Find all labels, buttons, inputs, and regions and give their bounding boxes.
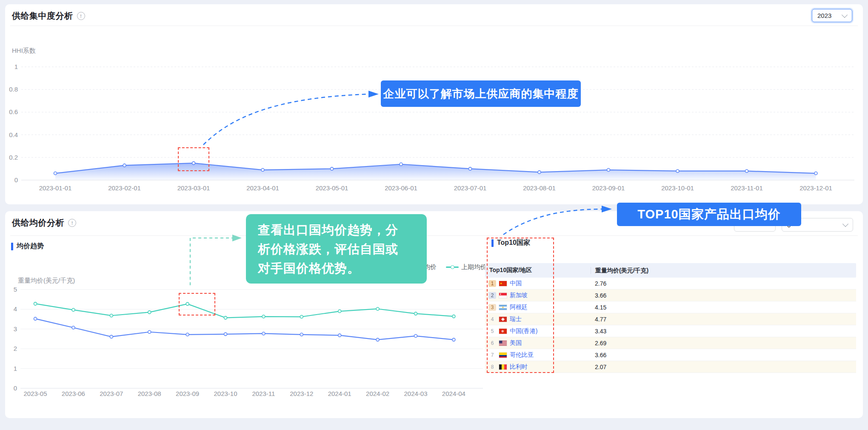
svg-text:2023-09: 2023-09	[176, 390, 199, 397]
svg-text:2023-06: 2023-06	[62, 390, 85, 397]
svg-text:2024-04: 2024-04	[442, 390, 465, 397]
svg-text:2024-01: 2024-01	[328, 390, 351, 397]
trend-section-title: 均价趋势	[11, 242, 44, 251]
svg-text:2023-05: 2023-05	[23, 390, 47, 397]
avg-price-value: 2.69	[591, 340, 856, 347]
svg-text:0.4: 0.4	[9, 131, 18, 138]
avg-price-value: 3.43	[591, 328, 856, 335]
info-icon[interactable]: !	[68, 219, 76, 227]
concentration-header: 供给集中度分析 !	[12, 10, 85, 22]
svg-text:2023-05-01: 2023-05-01	[316, 184, 348, 192]
legend-label: 上期均价	[461, 263, 487, 271]
svg-text:0.8: 0.8	[9, 86, 18, 93]
svg-text:2024-02: 2024-02	[366, 390, 389, 397]
svg-text:2023-01-01: 2023-01-01	[39, 184, 72, 192]
svg-text:HHI系数: HHI系数	[12, 47, 36, 54]
supply-price-panel: 供给均价分析 ! 均价趋势 本期均价上期均价 012345重量均价(美元/千克)…	[5, 211, 863, 418]
svg-text:2023-11: 2023-11	[252, 390, 275, 397]
svg-text:2023-10-01: 2023-10-01	[661, 184, 694, 192]
svg-text:0.2: 0.2	[9, 154, 18, 161]
price-trend-chart: 012345重量均价(美元/千克)2023-052023-062023-0720…	[5, 276, 507, 400]
svg-text:2023-11-01: 2023-11-01	[731, 184, 763, 192]
year-select-value: 2023	[817, 12, 831, 19]
chevron-down-icon	[842, 221, 848, 227]
svg-text:0: 0	[14, 176, 18, 183]
svg-text:2023-07: 2023-07	[100, 390, 123, 397]
legend-item[interactable]: 上期均价	[446, 263, 487, 271]
svg-text:2023-07-01: 2023-07-01	[454, 184, 487, 192]
svg-text:5: 5	[14, 286, 17, 293]
hhi-area-chart: 00.20.40.60.81HHI系数2023-01-012023-02-012…	[5, 26, 863, 204]
concentration-title: 供给集中度分析	[12, 10, 73, 22]
svg-text:2023-04-01: 2023-04-01	[246, 184, 279, 192]
svg-text:重量均价(美元/千克): 重量均价(美元/千克)	[18, 277, 75, 284]
svg-text:2023-10: 2023-10	[214, 390, 237, 397]
info-icon[interactable]: !	[77, 12, 85, 20]
svg-text:1: 1	[14, 365, 17, 372]
avg-price-value: 4.77	[591, 316, 856, 323]
avg-price-value: 4.15	[591, 304, 856, 311]
svg-text:2023-12: 2023-12	[290, 390, 313, 397]
avg-price-value: 3.66	[591, 352, 856, 358]
svg-text:2: 2	[14, 345, 17, 352]
callout-price-trend: 查看出口国均价趋势，分 析价格涨跌，评估自国或 对手国价格优势。	[246, 214, 427, 284]
highlight-box-hhi-point	[178, 147, 209, 171]
svg-text:2023-08-01: 2023-08-01	[523, 184, 556, 192]
avg-price-value: 2.76	[591, 280, 856, 287]
divider	[10, 235, 858, 236]
price-header: 供给均价分析 !	[12, 217, 76, 229]
callout-concentration: 企业可以了解市场上供应商的集中程度	[381, 80, 581, 107]
highlight-box-top10	[487, 238, 554, 373]
column-avg-price: 重量均价(美元/千克)	[591, 267, 856, 274]
svg-text:0.6: 0.6	[9, 108, 18, 115]
svg-text:2023-03-01: 2023-03-01	[177, 184, 210, 192]
svg-text:1: 1	[14, 63, 18, 70]
chevron-down-icon	[842, 11, 848, 17]
svg-text:2023-09-01: 2023-09-01	[592, 184, 625, 192]
legend-marker-icon	[446, 267, 459, 268]
callout-top10: TOP10国家产品出口均价	[617, 203, 801, 226]
avg-price-value: 2.07	[591, 364, 856, 370]
price-title: 供给均价分析	[12, 217, 64, 229]
svg-text:2023-06-01: 2023-06-01	[385, 184, 417, 192]
svg-text:3: 3	[14, 325, 17, 333]
highlight-box-price-point	[179, 293, 215, 315]
svg-text:2023-12-01: 2023-12-01	[799, 184, 832, 192]
svg-text:4: 4	[14, 305, 17, 312]
svg-text:2023-08: 2023-08	[138, 390, 161, 397]
year-select[interactable]: 2023	[812, 9, 852, 22]
trade-analytics-page: 供给集中度分析 ! 2023 00.20.40.60.81HHI系数2023-0…	[0, 0, 868, 430]
avg-price-value: 3.66	[591, 292, 856, 299]
svg-text:2024-03: 2024-03	[404, 390, 427, 397]
svg-text:0: 0	[14, 384, 17, 392]
svg-text:2023-02-01: 2023-02-01	[108, 184, 141, 192]
